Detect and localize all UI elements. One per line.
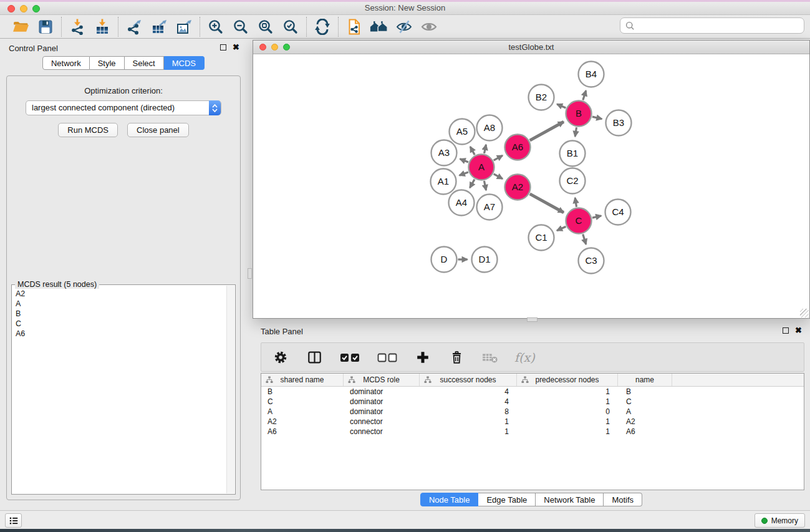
table-cell[interactable]: dominator (344, 387, 420, 397)
graph-edge-C-C4[interactable] (592, 216, 601, 218)
tab-node-table[interactable]: Node Table (420, 493, 479, 506)
table-cell[interactable]: A2 (618, 417, 672, 427)
table-cell[interactable]: A (618, 407, 672, 417)
graph-edge-A2-C[interactable] (530, 194, 564, 213)
graph-node-A7[interactable]: A7 (477, 195, 503, 220)
float-table-panel-icon[interactable] (783, 327, 789, 334)
graph-node-C3[interactable]: C3 (579, 248, 604, 274)
optimization-criterion-select[interactable]: largest connected component (directed) (26, 100, 221, 115)
window-resize-grip[interactable] (800, 309, 809, 317)
close-network-window-button[interactable] (259, 44, 266, 51)
graph-edge-C-C3[interactable] (583, 234, 586, 244)
minimize-window-button[interactable] (20, 5, 27, 12)
mcds-result-item[interactable]: A2 (16, 289, 234, 299)
table-cell[interactable]: 0 (517, 407, 618, 417)
table-cell[interactable]: 1 (517, 387, 618, 397)
graph-edge-B-B2[interactable] (557, 104, 566, 108)
table-cell[interactable]: 1 (420, 417, 517, 427)
mcds-result-list[interactable]: A2ABCA6 (12, 285, 235, 340)
table-cell[interactable]: A6 (618, 427, 672, 437)
delete-column-trash-icon[interactable] (447, 348, 466, 367)
import-network-icon[interactable] (68, 17, 87, 36)
graph-node-C1[interactable]: C1 (529, 225, 554, 251)
table-cell[interactable]: C (261, 397, 344, 407)
graph-edge-A-A3[interactable] (460, 159, 468, 162)
graph-edge-B-B1[interactable] (575, 127, 576, 137)
zoom-out-icon[interactable] (231, 17, 250, 36)
deselect-all-icon[interactable] (376, 348, 398, 367)
mcds-result-item[interactable]: A (16, 299, 234, 309)
hide-selected-eye-icon[interactable] (395, 17, 413, 36)
column-header-predecessor-nodes[interactable]: predecessor nodes (517, 374, 618, 386)
table-cell[interactable]: B (618, 387, 672, 397)
network-window-titlebar[interactable]: testGlobe.txt (253, 41, 809, 54)
tab-select[interactable]: Select (125, 56, 164, 70)
table-cell[interactable]: 1 (420, 427, 517, 437)
mcds-result-item[interactable]: C (16, 319, 234, 329)
export-image-icon[interactable] (175, 17, 193, 36)
export-network-icon[interactable] (125, 17, 143, 36)
export-table-icon[interactable] (150, 17, 168, 36)
table-cell[interactable]: 1 (517, 417, 618, 427)
search-box[interactable] (620, 17, 804, 34)
graph-edge-A-A8[interactable] (485, 145, 486, 153)
close-table-panel-icon[interactable]: ✖ (795, 327, 802, 334)
graph-node-B3[interactable]: B3 (606, 110, 632, 136)
graph-node-A6[interactable]: A6 (505, 135, 531, 160)
table-cell[interactable]: 8 (420, 407, 517, 417)
table-cell[interactable]: 4 (420, 387, 517, 397)
save-session-icon[interactable] (36, 17, 55, 36)
add-column-icon[interactable] (413, 348, 432, 367)
tab-style[interactable]: Style (90, 56, 125, 70)
result-scrollbar[interactable] (226, 286, 234, 493)
table-header-row[interactable]: shared name MCDS role successor nodes pr… (261, 374, 804, 387)
column-header-mcds-role[interactable]: MCDS role (344, 374, 420, 386)
table-cell[interactable]: C (618, 397, 672, 407)
graph-node-A4[interactable]: A4 (449, 190, 475, 216)
graph-node-B1[interactable]: B1 (560, 141, 586, 167)
graph-node-B2[interactable]: B2 (529, 85, 554, 110)
graph-node-A3[interactable]: A3 (432, 140, 457, 166)
zoom-fit-icon[interactable] (256, 17, 275, 36)
graph-node-A8[interactable]: A8 (477, 115, 503, 141)
split-divider-handle-vertical[interactable] (248, 268, 252, 279)
zoom-in-icon[interactable] (206, 17, 225, 36)
import-table-icon[interactable] (93, 17, 112, 36)
table-cell[interactable]: B (261, 387, 344, 397)
close-window-button[interactable] (7, 5, 15, 12)
home-icon[interactable] (370, 17, 388, 36)
show-column-icon[interactable] (305, 348, 324, 367)
graph-node-A5[interactable]: A5 (450, 119, 475, 145)
graph-edge-A6-B[interactable] (530, 122, 564, 140)
table-settings-gear-icon[interactable] (271, 348, 290, 367)
zoom-selected-icon[interactable] (281, 17, 300, 36)
run-mcds-button[interactable]: Run MCDS (58, 123, 118, 137)
graph-edge-A-A6[interactable] (494, 155, 503, 160)
table-row[interactable]: A2connector11A2 (261, 417, 804, 427)
table-cell[interactable]: dominator (344, 397, 420, 407)
graph-edge-A-A7[interactable] (484, 181, 486, 190)
table-cell[interactable]: 1 (517, 427, 618, 437)
network-graph[interactable]: AA1A2A3A4A5A6A7A8BB1B2B3B4CC1C2C3C4DD1 (253, 54, 809, 318)
table-row[interactable]: A6connector11A6 (261, 427, 804, 437)
table-cell[interactable]: dominator (344, 407, 420, 417)
graph-node-B4[interactable]: B4 (579, 62, 604, 87)
column-header-successor-nodes[interactable]: successor nodes (420, 374, 517, 386)
table-cell[interactable]: 1 (517, 397, 618, 407)
mcds-result-item[interactable]: B (16, 309, 234, 319)
table-cell[interactable]: connector (344, 417, 420, 427)
tab-network[interactable]: Network (42, 56, 90, 70)
new-network-from-selection-icon[interactable] (345, 17, 364, 36)
tab-edge-table[interactable]: Edge Table (478, 493, 536, 506)
graph-node-A[interactable]: A (469, 155, 494, 180)
close-panel-icon[interactable]: ✖ (233, 44, 239, 51)
float-panel-icon[interactable] (220, 44, 226, 51)
graph-edge-B-B3[interactable] (592, 117, 602, 119)
mcds-result-item[interactable]: A6 (16, 329, 234, 339)
refresh-icon[interactable] (313, 17, 332, 36)
task-history-button[interactable] (5, 513, 22, 528)
graph-node-C[interactable]: C (566, 208, 592, 234)
graph-edge-C-C1[interactable] (557, 226, 566, 230)
table-cell[interactable]: connector (344, 427, 420, 437)
graph-node-C4[interactable]: C4 (605, 200, 631, 225)
